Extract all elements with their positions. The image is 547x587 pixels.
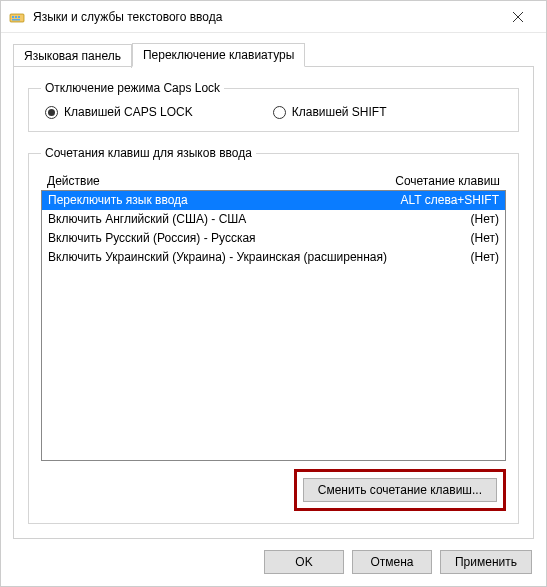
- list-row[interactable]: Переключить язык вводаALT слева+SHIFT: [42, 191, 505, 210]
- content-area: Языковая панель Переключение клавиатуры …: [1, 33, 546, 540]
- list-header: Действие Сочетание клавиш: [41, 170, 506, 190]
- list-row-action: Включить Украинский (Украина) - Украинск…: [48, 249, 465, 266]
- list-row[interactable]: Включить Английский (США) - США(Нет): [42, 210, 505, 229]
- tab-language-panel[interactable]: Языковая панель: [13, 44, 132, 68]
- capslock-legend: Отключение режима Caps Lock: [41, 81, 224, 95]
- radio-capslock[interactable]: Клавишей CAPS LOCK: [45, 105, 193, 119]
- svg-rect-1: [12, 16, 14, 18]
- list-row-combo: (Нет): [465, 230, 499, 247]
- tab-strip: Языковая панель Переключение клавиатуры: [13, 43, 534, 67]
- radio-capslock-label: Клавишей CAPS LOCK: [64, 105, 193, 119]
- list-row-action: Включить Английский (США) - США: [48, 211, 465, 228]
- annotation-highlight: Сменить сочетание клавиш...: [294, 469, 506, 511]
- dialog-window: Языки и службы текстового ввода Языковая…: [0, 0, 547, 587]
- radio-dot-icon: [273, 106, 286, 119]
- hotkeys-listbox[interactable]: Переключить язык вводаALT слева+SHIFTВкл…: [41, 190, 506, 461]
- list-row-combo: (Нет): [465, 211, 499, 228]
- column-action-header: Действие: [47, 174, 395, 188]
- list-row-combo: ALT слева+SHIFT: [395, 192, 500, 209]
- window-icon: [9, 9, 25, 25]
- list-row-action: Переключить язык ввода: [48, 192, 395, 209]
- change-hotkey-button[interactable]: Сменить сочетание клавиш...: [303, 478, 497, 502]
- apply-button[interactable]: Применить: [440, 550, 532, 574]
- column-combo-header: Сочетание клавиш: [395, 174, 500, 188]
- svg-rect-3: [18, 16, 20, 18]
- list-row[interactable]: Включить Украинский (Украина) - Украинск…: [42, 248, 505, 267]
- capslock-radio-row: Клавишей CAPS LOCK Клавишей SHIFT: [41, 105, 506, 119]
- svg-rect-2: [15, 16, 17, 18]
- window-title: Языки и службы текстового ввода: [33, 10, 498, 24]
- list-row-combo: (Нет): [465, 249, 499, 266]
- tab-keyboard-switching[interactable]: Переключение клавиатуры: [132, 43, 305, 67]
- svg-rect-4: [12, 19, 20, 21]
- radio-shift-label: Клавишей SHIFT: [292, 105, 387, 119]
- close-button[interactable]: [498, 3, 538, 31]
- tab-panel: Отключение режима Caps Lock Клавишей CAP…: [13, 66, 534, 539]
- capslock-group: Отключение режима Caps Lock Клавишей CAP…: [28, 81, 519, 132]
- hotkeys-group: Сочетания клавиш для языков ввода Действ…: [28, 146, 519, 524]
- ok-button[interactable]: OK: [264, 550, 344, 574]
- dialog-footer: OK Отмена Применить: [1, 540, 546, 586]
- hotkeys-legend: Сочетания клавиш для языков ввода: [41, 146, 256, 160]
- list-row-action: Включить Русский (Россия) - Русская: [48, 230, 465, 247]
- radio-shift[interactable]: Клавишей SHIFT: [273, 105, 387, 119]
- titlebar: Языки и службы текстового ввода: [1, 1, 546, 33]
- cancel-button[interactable]: Отмена: [352, 550, 432, 574]
- list-row[interactable]: Включить Русский (Россия) - Русская(Нет): [42, 229, 505, 248]
- radio-dot-icon: [45, 106, 58, 119]
